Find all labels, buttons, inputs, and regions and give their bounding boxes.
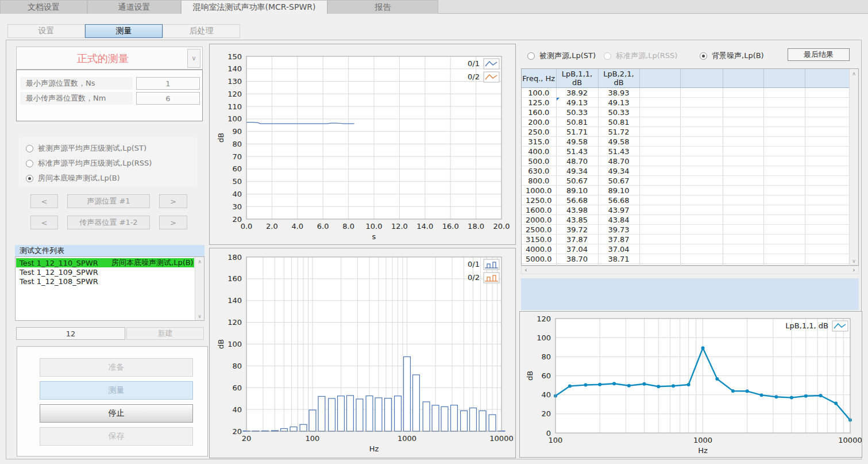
microphone-position-label-button[interactable]: 传声器位置 #1-2 — [67, 216, 150, 229]
table-cell[interactable]: 38.92 — [556, 88, 598, 98]
microphone-position-prev-button[interactable]: < — [30, 216, 58, 229]
file-count-button[interactable]: 12 — [16, 327, 125, 340]
new-file-button[interactable]: 新建 — [126, 327, 204, 340]
table-cell[interactable] — [805, 156, 849, 166]
table-cell[interactable]: 38.70 — [556, 254, 598, 264]
file-list-item[interactable]: Test 1_12_108_SPWR — [16, 277, 194, 286]
table-cell[interactable] — [805, 215, 849, 225]
last-result-button[interactable]: 最后结果 — [788, 48, 850, 61]
table-cell[interactable] — [723, 215, 763, 225]
table-cell[interactable] — [639, 147, 680, 156]
table-cell[interactable] — [639, 195, 680, 205]
source-position-prev-button[interactable]: < — [30, 194, 58, 208]
table-cell[interactable]: 51.71 — [556, 127, 598, 137]
table-cell[interactable]: 48.70 — [598, 156, 639, 166]
table-cell[interactable]: 43.98 — [556, 205, 598, 215]
table-cell[interactable]: 500.0 — [522, 156, 556, 166]
table-cell[interactable] — [723, 244, 763, 254]
table-cell[interactable] — [680, 137, 723, 147]
table-cell[interactable] — [763, 225, 805, 235]
table-cell[interactable] — [723, 147, 763, 156]
table-cell[interactable] — [680, 195, 723, 205]
scroll-right-icon[interactable]: › — [850, 266, 858, 274]
radio-icon[interactable] — [527, 52, 535, 60]
table-cell[interactable] — [723, 127, 763, 137]
file-list-scrollbar[interactable]: ∧ ∨ — [195, 257, 204, 320]
table-cell[interactable]: 43.84 — [598, 215, 639, 225]
radio-icon[interactable] — [604, 52, 611, 60]
table-cell[interactable] — [723, 254, 763, 264]
measure-button[interactable]: 测量 — [40, 381, 193, 400]
table-cell[interactable]: 315.0 — [522, 137, 556, 147]
table-cell[interactable] — [805, 166, 849, 176]
table-cell[interactable]: 48.70 — [556, 156, 598, 166]
table-cell[interactable]: 125.0 — [522, 98, 556, 108]
table-cell[interactable] — [680, 166, 723, 176]
table-cell[interactable] — [805, 235, 849, 244]
table-cell[interactable]: 630.0 — [522, 166, 556, 176]
scroll-up-icon[interactable]: ∧ — [850, 69, 858, 78]
table-cell[interactable] — [805, 254, 849, 264]
table-cell[interactable] — [805, 137, 849, 147]
table-cell[interactable] — [763, 98, 805, 108]
table-cell[interactable] — [805, 127, 849, 137]
table-cell[interactable] — [805, 225, 849, 235]
table-cell[interactable]: 50.81 — [598, 117, 639, 127]
table-cell[interactable] — [723, 225, 763, 235]
table-cell[interactable] — [805, 205, 849, 215]
radio-option-lp-b[interactable]: 房间本底噪声测试,Lp(B) — [26, 173, 120, 183]
table-horizontal-scrollbar[interactable]: ‹ › — [521, 266, 859, 274]
table-cell[interactable]: 37.87 — [556, 235, 598, 244]
table-cell[interactable] — [639, 205, 680, 215]
table-cell[interactable] — [763, 108, 805, 117]
table-cell[interactable]: 50.33 — [556, 108, 598, 117]
table-cell[interactable] — [805, 147, 849, 156]
table-cell[interactable]: 200.0 — [522, 117, 556, 127]
radio-icon[interactable] — [26, 160, 33, 167]
table-cell[interactable] — [680, 244, 723, 254]
table-cell[interactable]: 43.97 — [598, 205, 639, 215]
table-cell[interactable] — [680, 98, 723, 108]
table-cell[interactable]: 4000.0 — [522, 244, 556, 254]
table-cell[interactable] — [639, 166, 680, 176]
table-cell[interactable] — [763, 254, 805, 264]
table-cell[interactable] — [805, 244, 849, 254]
table-cell[interactable] — [639, 98, 680, 108]
table-cell[interactable]: 38.93 — [598, 88, 639, 98]
table-cell[interactable] — [639, 225, 680, 235]
file-list-item[interactable]: Test 1_12_110_SPWR房间本底噪声测试,Lp(B) — [16, 258, 194, 267]
table-cell[interactable] — [639, 235, 680, 244]
table-cell[interactable] — [763, 205, 805, 215]
table-cell[interactable]: 250.0 — [522, 127, 556, 137]
table-cell[interactable] — [763, 127, 805, 137]
table-cell[interactable]: 39.73 — [598, 225, 639, 235]
table-cell[interactable] — [723, 137, 763, 147]
source-position-label-button[interactable]: 声源位置 #1 — [67, 194, 150, 208]
table-cell[interactable] — [680, 254, 723, 264]
table-cell[interactable]: 37.04 — [556, 244, 598, 254]
table-cell[interactable] — [639, 244, 680, 254]
table-cell[interactable]: 50.67 — [556, 176, 598, 186]
stop-button[interactable]: 停止 — [40, 404, 193, 423]
table-cell[interactable]: 43.85 — [556, 215, 598, 225]
scroll-down-icon[interactable]: ∨ — [850, 256, 858, 265]
table-cell[interactable]: 37.87 — [598, 235, 639, 244]
table-cell[interactable]: 400.0 — [522, 147, 556, 156]
result-radio-lp-rss[interactable]: 标准声源,Lp(RSS) — [604, 51, 677, 61]
table-cell[interactable]: 50.33 — [598, 108, 639, 117]
min-microphone-positions-value[interactable]: 6 — [136, 92, 200, 105]
result-radio-lp-b[interactable]: 背景噪声,Lp(B) — [700, 51, 764, 61]
table-cell[interactable]: 51.43 — [556, 147, 598, 156]
radio-icon[interactable] — [700, 52, 707, 60]
table-cell[interactable]: 50.81 — [556, 117, 598, 127]
table-cell[interactable]: 89.10 — [598, 186, 639, 195]
table-cell[interactable] — [639, 108, 680, 117]
table-cell[interactable] — [639, 176, 680, 186]
file-list-item[interactable]: Test 1_12_109_SPWR — [16, 267, 194, 277]
table-cell[interactable] — [680, 108, 723, 117]
table-cell[interactable]: 100.0 — [522, 88, 556, 98]
microphone-position-next-button[interactable]: > — [159, 216, 187, 229]
subtab-measure[interactable]: 测量 — [85, 24, 163, 38]
table-cell[interactable] — [763, 235, 805, 244]
table-cell[interactable] — [805, 98, 849, 108]
